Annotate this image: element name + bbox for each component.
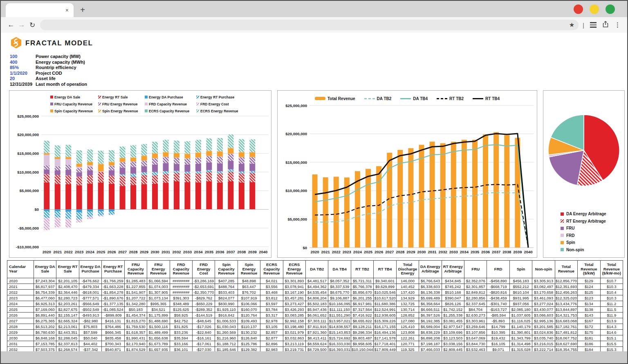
table-cell: $130,232	[238, 330, 260, 335]
table-header-cell: FRU	[464, 261, 487, 278]
address-bar[interactable]: ★	[40, 20, 579, 30]
pie-chart-legend: DA Energy ArbitrageRT Energy ArbitrageFR…	[561, 210, 624, 253]
table-cell-year: 2027	[7, 318, 34, 324]
back-icon[interactable]: ←	[6, 21, 16, 29]
table-cell: $58,925	[170, 313, 192, 318]
table-cell: -$1,766,259	[102, 278, 124, 284]
table-cell: $8,675,770	[328, 290, 351, 295]
new-tab-button[interactable]: +	[78, 5, 87, 15]
table-row: 2022$6,754,339$2,364,446-$618,001-$1,854…	[7, 290, 623, 295]
legend-item: Spin Energy Revenue	[98, 108, 145, 114]
browser-tab[interactable]: ×	[6, 3, 74, 17]
table-cell: $15.1	[600, 335, 623, 341]
window-minimize-button[interactable]	[590, 4, 599, 14]
legend-swatch	[561, 227, 564, 230]
table-row: 2024$6,925,313$2,203,261-$566,649-$1,377…	[7, 301, 623, 307]
table-cell: $937,056	[509, 301, 532, 307]
legend-swatch	[561, 248, 564, 251]
table-cell: -$458,890	[487, 278, 509, 284]
legend-label: RT TB4	[485, 96, 500, 101]
table-cell: $13,957,021	[328, 318, 351, 324]
combo-chart-svg-host: $0$5,000,000$10,000,000$15,000,000$20,00…	[278, 101, 537, 258]
forward-icon[interactable]: →	[16, 21, 27, 29]
table-cell: $1,742,152	[442, 307, 464, 313]
table-row: 2021$6,817,937$2,408,470-$479,334-$1,663…	[7, 284, 623, 290]
table-cell: $6,192,385	[419, 318, 442, 324]
table-cell: $13,844,897	[555, 307, 577, 313]
table-body: 2020$7,243,304$2,201,105-$476,662-$1,766…	[7, 278, 623, 352]
menu-icon[interactable]	[590, 22, 597, 28]
table-cell: $9,340,601	[374, 278, 396, 284]
table-cell: $4,481,517	[306, 278, 328, 284]
table-cell: -$144,519	[192, 313, 215, 318]
table-cell: $4,535,454	[306, 290, 328, 295]
table-header-cell: Spin	[509, 261, 532, 278]
table-cell: $109,493	[238, 318, 260, 324]
table-cell: $3,426,293	[283, 307, 305, 313]
table-cell: $6,780,630	[34, 330, 56, 335]
table-cell: $2,877	[260, 335, 283, 341]
table-cell: $1,343,799	[509, 335, 532, 341]
table-cell: $745,242	[442, 284, 464, 290]
share-icon[interactable]	[602, 20, 609, 29]
svg-text:2025: 2025	[96, 250, 105, 254]
table-cell: $14,799	[487, 324, 509, 330]
table-cell: $106,066	[238, 301, 260, 307]
table-cell: $6,838,229	[419, 330, 442, 335]
table-cell: $390,047	[442, 295, 464, 301]
table-cell: $1,030,043	[215, 324, 238, 330]
table-cell: $8,559,624	[306, 341, 328, 347]
table-cell: $2,280,723	[56, 295, 79, 301]
svg-text:2032: 2032	[172, 250, 181, 254]
svg-text:2021: 2021	[321, 250, 330, 254]
table-header-cell: RT TB2	[351, 261, 373, 278]
table-cell: $6,666,511	[419, 307, 442, 313]
toolbar-separator: |	[583, 22, 584, 29]
table-cell: $835,458	[102, 335, 124, 341]
window-close-button[interactable]	[574, 4, 583, 14]
legend-label: Energy DA Sale	[54, 95, 80, 99]
svg-text:$15,000,000: $15,000,000	[17, 151, 39, 156]
table-cell: $3,107,856	[464, 330, 487, 335]
bookmark-star-icon[interactable]: ★	[569, 21, 574, 29]
table-cell: $2,280,856	[464, 295, 487, 301]
legend-swatch	[145, 96, 148, 98]
window-maximize-button[interactable]	[606, 4, 615, 14]
table-cell: $15,143,853	[328, 330, 351, 335]
tab-close-icon[interactable]: ×	[65, 7, 69, 13]
horizontal-scrollbar[interactable]	[1, 351, 627, 363]
legend-label: FRU Energy Revenue	[102, 102, 137, 106]
table-cell: 128,852	[396, 313, 419, 318]
table-row: 2030$6,848,168$2,288,045$50,040$835,458$…	[7, 335, 623, 341]
reload-icon[interactable]: ↻	[27, 21, 38, 29]
table-cell: $1,307,905	[147, 290, 170, 295]
charts-row: Energy DA SaleEnergy RT SaleEnergy DA Pu…	[9, 90, 627, 258]
legend-swatch	[196, 96, 199, 98]
legend-label: Energy DA Purchase	[149, 95, 183, 99]
svg-text:2028: 2028	[396, 250, 404, 254]
table-cell: $11.2	[600, 301, 623, 307]
table-cell: $488,764	[215, 284, 238, 290]
svg-text:2025: 2025	[364, 250, 373, 254]
table-cell: $3,305,913	[532, 278, 555, 284]
table-header-cell: FRU Capacity Revenue	[124, 261, 147, 278]
table-cell: $17,718,401	[374, 341, 396, 347]
table-cell-year: 2020	[7, 278, 34, 284]
table-cell: $6,898,208	[419, 335, 442, 341]
svg-text:2034: 2034	[194, 250, 203, 254]
table-cell: $2,443,351	[56, 330, 79, 335]
table-row: 2028$6,513,202$2,213,061$75,803$764,486$…	[7, 324, 623, 330]
table-cell: $3,032,863	[283, 335, 305, 341]
legend-item: RT TB4	[473, 96, 500, 101]
parameter-row: 12/31/2039Last month of operation	[10, 82, 627, 87]
table-header-cell: Calendar Year	[7, 261, 34, 278]
svg-text:2026: 2026	[375, 250, 383, 254]
table-cell: $1,066,594	[147, 278, 170, 284]
table-cell: $2,978	[260, 318, 283, 324]
table-cell: $6,061,652	[306, 313, 328, 318]
legend-item: Energy DA Purchase	[145, 94, 196, 100]
more-options-icon[interactable]: ⋮	[615, 21, 621, 29]
table-cell: $120,764	[238, 313, 260, 318]
legend-swatch	[196, 109, 199, 112]
table-cell: $2,352,076	[464, 278, 487, 284]
